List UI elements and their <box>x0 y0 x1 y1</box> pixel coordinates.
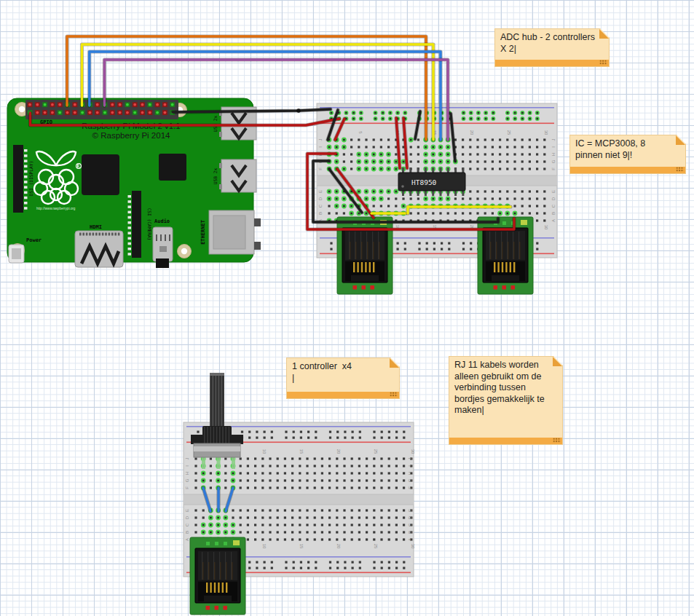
svg-text:A: A <box>185 538 189 541</box>
svg-text:E: E <box>318 190 323 193</box>
power-connector-inner <box>12 248 21 259</box>
svg-text:E: E <box>408 509 412 512</box>
note-resize-handle[interactable] <box>390 392 398 397</box>
svg-text:D: D <box>185 516 189 519</box>
usb1-tab-b <box>219 132 222 137</box>
note-resize-handle[interactable] <box>553 438 561 443</box>
ethernet-label: ETHERNET <box>200 220 206 245</box>
note-bottom-bar <box>570 167 685 173</box>
csi-label: CSI (CAMERA) <box>147 208 152 241</box>
svg-text:J: J <box>185 458 189 460</box>
svg-text:E: E <box>185 509 189 512</box>
fritzing-canvas[interactable]: GPIO Raspberry Pi Model 2 v1.1 © Raspber… <box>0 0 694 616</box>
svg-text:25: 25 <box>374 544 378 549</box>
svg-text:C: C <box>185 523 189 526</box>
svg-text:A: A <box>408 538 412 541</box>
svg-text:H: H <box>551 153 556 156</box>
sticky-note-one-controller[interactable]: 1 controller x4| <box>286 358 400 399</box>
note-text-line: maken| <box>454 405 557 416</box>
svg-text:J: J <box>318 139 323 141</box>
circuit-scene: GPIO Raspberry Pi Model 2 v1.1 © Raspber… <box>0 0 694 616</box>
sticky-note-rj11-kabels[interactable]: RJ 11 kabels wordenalleen gebruikt om de… <box>449 356 563 445</box>
svg-text:J: J <box>408 458 412 460</box>
wire-junction-dot <box>296 108 301 113</box>
sticky-note-adc-hub[interactable]: ADC hub - 2 controllersX 2| <box>494 28 610 67</box>
svg-text:C: C <box>551 204 556 208</box>
svg-text:25: 25 <box>374 449 378 454</box>
sticky-note-ic-mcp3008[interactable]: IC = MCP3008, 8pinnen niet 9|! <box>569 135 686 174</box>
svg-text:H: H <box>408 472 412 475</box>
hdmi-label: HDMI <box>90 224 102 230</box>
svg-text:D: D <box>318 197 323 200</box>
note-bottom-bar <box>449 438 562 444</box>
rj11-board-3[interactable] <box>190 537 245 615</box>
note-bottom-bar <box>495 60 609 66</box>
pi-soc-chip <box>82 154 119 195</box>
svg-text:30: 30 <box>411 544 415 549</box>
ethernet-pin-2 <box>254 242 261 250</box>
svg-text:B: B <box>551 212 556 215</box>
usb2-tab-a <box>219 163 222 168</box>
note-text-line: pinnen niet 9|! <box>575 150 680 162</box>
svg-text:15: 15 <box>299 449 304 454</box>
svg-text:20: 20 <box>470 130 474 135</box>
svg-text:D: D <box>408 516 412 519</box>
note-resize-handle[interactable] <box>676 167 684 172</box>
svg-text:G: G <box>408 478 412 482</box>
svg-text:G: G <box>551 159 556 163</box>
svg-text:B: B <box>318 212 323 215</box>
note-bottom-bar <box>287 392 399 398</box>
audio-jack <box>153 227 173 261</box>
note-text-line: | <box>292 373 394 384</box>
svg-text:J: J <box>551 139 556 141</box>
svg-text:D: D <box>551 197 556 200</box>
usb2-label: USB 2x <box>213 168 218 185</box>
svg-text:30: 30 <box>411 449 415 454</box>
ic-label: HT8950 <box>411 178 437 186</box>
note-text-line: ADC hub - 2 controllers <box>500 32 604 44</box>
csi-connector <box>132 191 141 258</box>
note-text-line: 1 controller x4 <box>292 361 394 373</box>
svg-text:B: B <box>185 531 189 534</box>
svg-text:F: F <box>551 167 556 170</box>
svg-text:15: 15 <box>299 544 304 549</box>
note-text-line: alleen gebruikt om de <box>454 371 557 383</box>
svg-text:30: 30 <box>544 225 548 230</box>
note-text-line: RJ 11 kabels worden <box>454 360 557 371</box>
potentiometer[interactable] <box>191 373 243 469</box>
note-text-line: bordjes gemakkelijk te <box>454 394 557 406</box>
svg-text:C: C <box>318 204 323 208</box>
pi-copyright: © Raspberry Pi 2014 <box>92 131 171 140</box>
dsi-connector <box>13 145 23 213</box>
svg-text:10: 10 <box>262 449 267 454</box>
note-resize-handle[interactable] <box>599 60 607 65</box>
svg-text:E: E <box>551 190 556 193</box>
power-label: Power <box>26 237 42 243</box>
svg-text:25: 25 <box>507 130 511 135</box>
ethernet-port-inner <box>213 216 245 249</box>
svg-text:20: 20 <box>336 544 341 549</box>
svg-text:10: 10 <box>262 544 267 549</box>
svg-text:G: G <box>185 478 189 482</box>
audio-jack-barrel <box>156 258 169 268</box>
note-text-line: IC = MCP3008, 8 <box>575 138 680 150</box>
ethernet-pin-1 <box>254 218 261 226</box>
svg-text:30: 30 <box>544 130 548 135</box>
svg-text:A: A <box>551 219 556 222</box>
audio-label: Audio <box>154 218 170 224</box>
svg-text:F: F <box>185 486 189 489</box>
svg-text:H: H <box>185 472 189 475</box>
svg-text:C: C <box>408 523 412 526</box>
svg-text:F: F <box>408 486 412 489</box>
note-text-line: verbinding tussen <box>454 382 557 394</box>
svg-text:B: B <box>408 531 412 534</box>
pi-usb-chip <box>159 154 186 181</box>
svg-text:F: F <box>318 167 323 170</box>
dsi-label: DSI (DISPLAY) <box>28 161 33 196</box>
pi-url: http://www.raspberrypi.org <box>36 207 76 210</box>
note-text-line: X 2| <box>500 44 604 55</box>
svg-text:20: 20 <box>336 449 341 454</box>
usb2-tab-b <box>219 184 222 189</box>
